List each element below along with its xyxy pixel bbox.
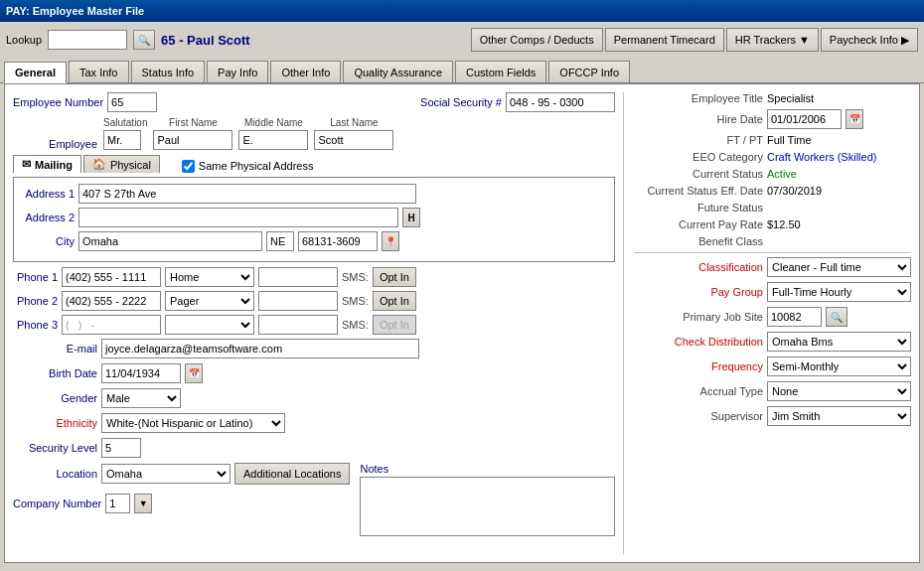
phone2-input[interactable] bbox=[62, 291, 161, 311]
ethnicity-row: Ethnicity White-(Not Hispanic or Latino) bbox=[13, 413, 615, 433]
phone1-extra-input[interactable] bbox=[258, 267, 338, 287]
location-select[interactable]: Omaha bbox=[101, 464, 231, 484]
ssn-input[interactable] bbox=[506, 92, 615, 112]
phone2-type-select[interactable]: Home Mobile Work Pager bbox=[165, 291, 254, 311]
tab-pay-info[interactable]: Pay Info bbox=[207, 61, 268, 82]
phone2-extra-input[interactable] bbox=[258, 291, 338, 311]
phone1-input[interactable] bbox=[62, 267, 161, 287]
phone1-type-select[interactable]: Home Mobile Work Pager bbox=[165, 267, 254, 287]
hire-date-input[interactable] bbox=[767, 109, 842, 129]
accrual-type-label: Accrual Type bbox=[634, 385, 763, 397]
security-level-row: Security Level bbox=[13, 438, 615, 458]
current-pay-rate-row: Current Pay Rate $12.50 bbox=[634, 218, 911, 230]
classification-select[interactable]: Cleaner - Full time bbox=[767, 257, 911, 277]
phone3-opt-in-button[interactable]: Opt In bbox=[373, 315, 416, 335]
security-level-input[interactable] bbox=[101, 438, 141, 458]
tab-status-info[interactable]: Status Info bbox=[131, 61, 206, 82]
primary-job-site-lookup-icon[interactable]: 🔍 bbox=[826, 307, 847, 327]
address-tabs: ✉ Mailing 🏠 Physical bbox=[13, 155, 160, 173]
physical-tab[interactable]: 🏠 Physical bbox=[83, 155, 160, 173]
classification-label: Classification bbox=[634, 261, 763, 273]
physical-icon: 🏠 bbox=[92, 158, 106, 171]
employee-number-input[interactable] bbox=[107, 92, 157, 112]
phone3-label: Phone 3 bbox=[13, 319, 58, 331]
salutation-input[interactable] bbox=[103, 130, 141, 150]
pay-group-select[interactable]: Full-Time Hourly bbox=[767, 282, 911, 302]
accrual-type-select[interactable]: None bbox=[767, 381, 911, 401]
current-status-eff-date-value: 07/30/2019 bbox=[767, 185, 822, 197]
hire-date-calendar-icon[interactable]: 📅 bbox=[846, 109, 863, 129]
hire-date-row: Hire Date 📅 bbox=[634, 109, 911, 129]
supervisor-select[interactable]: Jim Smith bbox=[767, 406, 911, 426]
tab-other-info[interactable]: Other Info bbox=[270, 61, 341, 82]
birth-date-calendar-icon[interactable]: 📅 bbox=[185, 363, 203, 383]
check-distribution-row: Check Distribution Omaha Bms bbox=[634, 332, 911, 352]
future-status-row: Future Status bbox=[634, 202, 911, 214]
notes-textarea[interactable] bbox=[360, 477, 615, 536]
phone1-sms-label: SMS: bbox=[342, 271, 369, 283]
mailing-tab[interactable]: ✉ Mailing bbox=[13, 155, 81, 173]
current-status-row: Current Status Active bbox=[634, 168, 911, 180]
employee-name: 65 - Paul Scott bbox=[161, 33, 465, 48]
lookup-button[interactable]: 🔍 bbox=[133, 30, 155, 50]
phone3-type-select[interactable]: Home Mobile bbox=[165, 315, 254, 335]
phone2-label: Phone 2 bbox=[13, 295, 58, 307]
eeo-category-value: Craft Workers (Skilled) bbox=[767, 151, 876, 163]
phone2-row: Phone 2 Home Mobile Work Pager SMS: Opt … bbox=[13, 291, 615, 311]
phone1-opt-in-button[interactable]: Opt In bbox=[373, 267, 416, 287]
additional-locations-button[interactable]: Additional Locations bbox=[234, 463, 350, 485]
phone3-extra-input[interactable] bbox=[258, 315, 338, 335]
current-status-eff-date-row: Current Status Eff. Date 07/30/2019 bbox=[634, 185, 911, 197]
address1-label: Address 1 bbox=[20, 188, 75, 200]
state-input[interactable] bbox=[266, 231, 294, 251]
permanent-timecard-button[interactable]: Permanent Timecard bbox=[605, 28, 724, 52]
eeo-category-label: EEO Category bbox=[634, 151, 763, 163]
right-panel: Employee Title Specialist Hire Date 📅 FT… bbox=[623, 92, 911, 554]
top-buttons: Other Comps / Deducts Permanent Timecard… bbox=[471, 28, 918, 52]
same-physical-wrap: Same Physical Address bbox=[182, 160, 314, 173]
name-section: Employee Salutation First Name Middle Na… bbox=[13, 117, 615, 150]
tab-custom-fields[interactable]: Custom Fields bbox=[455, 61, 546, 82]
check-distribution-select[interactable]: Omaha Bms bbox=[767, 332, 911, 352]
gender-row: Gender Male Female bbox=[13, 388, 615, 408]
phone2-opt-in-button[interactable]: Opt In bbox=[373, 291, 416, 311]
other-comps-button[interactable]: Other Comps / Deducts bbox=[471, 28, 603, 52]
employee-number-row: Employee Number Social Security # bbox=[13, 92, 615, 112]
eeo-category-row: EEO Category Craft Workers (Skilled) bbox=[634, 151, 911, 163]
tab-quality-assurance[interactable]: Quality Assurance bbox=[343, 61, 453, 82]
address1-input[interactable] bbox=[78, 184, 416, 204]
title-bar: PAY: Employee Master File bbox=[0, 0, 924, 22]
company-number-dropdown-icon[interactable]: ▼ bbox=[134, 494, 152, 513]
map-pin-icon[interactable]: 📍 bbox=[382, 231, 399, 251]
birth-date-input[interactable] bbox=[101, 363, 181, 383]
benefit-class-row: Benefit Class bbox=[634, 235, 911, 247]
tab-ofccp-info[interactable]: OFCCP Info bbox=[548, 61, 630, 82]
middle-name-input[interactable] bbox=[238, 130, 308, 150]
h-button[interactable]: H bbox=[402, 208, 420, 227]
zip-input[interactable] bbox=[298, 231, 378, 251]
first-name-input[interactable] bbox=[153, 130, 232, 150]
phone3-input[interactable] bbox=[62, 315, 161, 335]
benefit-class-label: Benefit Class bbox=[634, 235, 763, 247]
supervisor-row: Supervisor Jim Smith bbox=[634, 406, 911, 426]
tab-general[interactable]: General bbox=[4, 62, 67, 83]
company-number-input[interactable] bbox=[105, 494, 130, 513]
hr-trackers-button[interactable]: HR Trackers ▼ bbox=[726, 28, 819, 52]
company-number-label: Company Number bbox=[13, 498, 101, 509]
email-label: E-mail bbox=[13, 343, 97, 355]
frequency-row: Frequency Semi-Monthly bbox=[634, 357, 911, 376]
primary-job-site-input[interactable] bbox=[767, 307, 822, 327]
lookup-input[interactable] bbox=[48, 30, 127, 50]
gender-select[interactable]: Male Female bbox=[101, 388, 181, 408]
address2-input[interactable] bbox=[78, 208, 398, 227]
title-text: PAY: Employee Master File bbox=[6, 5, 144, 17]
ethnicity-select[interactable]: White-(Not Hispanic or Latino) bbox=[101, 413, 285, 433]
current-pay-rate-label: Current Pay Rate bbox=[634, 218, 763, 230]
same-physical-checkbox[interactable] bbox=[182, 160, 195, 173]
paycheck-info-button[interactable]: Paycheck Info ▶ bbox=[821, 28, 918, 52]
last-name-input[interactable] bbox=[314, 130, 393, 150]
city-input[interactable] bbox=[78, 231, 262, 251]
tab-tax-info[interactable]: Tax Info bbox=[69, 61, 129, 82]
email-input[interactable] bbox=[101, 339, 419, 358]
frequency-select[interactable]: Semi-Monthly bbox=[767, 357, 911, 376]
